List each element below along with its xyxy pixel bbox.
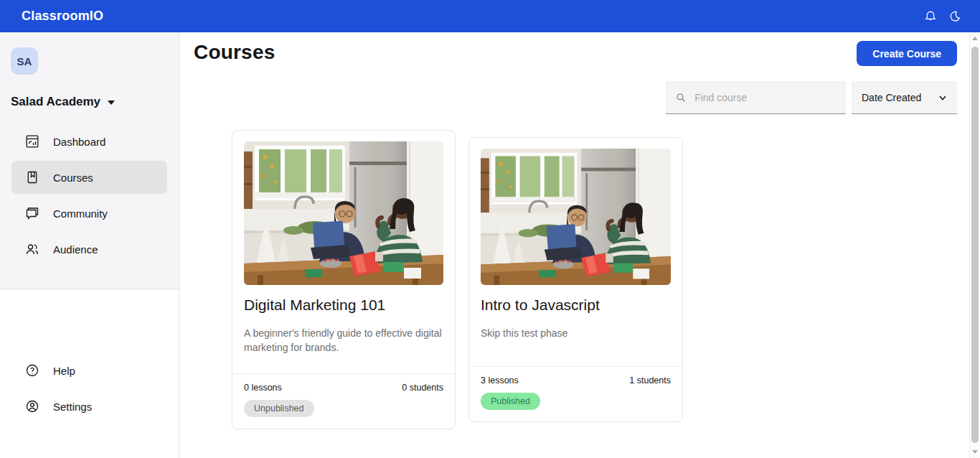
sidebar-main-section: SA Salad Academy Dashboard Courses Commu… <box>0 32 179 289</box>
course-card[interactable]: Digital Marketing 101 A beginner's frien… <box>232 130 456 429</box>
sort-selected-value: Date Created <box>862 92 921 103</box>
notification-bell-icon[interactable] <box>924 10 937 23</box>
sort-dropdown[interactable]: Date Created <box>852 81 957 114</box>
students-count: 0 students <box>402 383 443 393</box>
course-card-body: Digital Marketing 101 A beginner's frien… <box>232 131 455 373</box>
main-content: Courses Create Course Date Created Digit… <box>179 32 969 458</box>
topbar-icons <box>924 10 961 23</box>
help-question-icon <box>25 363 39 378</box>
course-title: Intro to Javascript <box>481 296 671 314</box>
course-card[interactable]: Intro to Javascript Skip this test phase… <box>468 137 683 422</box>
course-card-body: Intro to Javascript Skip this test phase <box>469 138 682 366</box>
page-header: Courses Create Course <box>194 41 957 66</box>
people-icon <box>25 242 39 256</box>
sidebar-item-label: Community <box>53 207 108 220</box>
scrollbar-up-arrow[interactable] <box>972 37 978 40</box>
course-description: Skip this test phase <box>481 326 671 340</box>
course-cover-image <box>481 149 671 285</box>
status-badge: Published <box>481 393 540 410</box>
sidebar-item-audience[interactable]: Audience <box>11 233 167 266</box>
sidebar-item-label: Courses <box>53 172 93 184</box>
course-cover-image <box>244 141 443 285</box>
user-circle-icon <box>25 399 39 413</box>
sidebar-item-label: Settings <box>53 401 92 413</box>
sidebar-item-community[interactable]: Community <box>11 197 167 230</box>
status-badge: Unpublished <box>244 400 314 417</box>
course-search[interactable] <box>666 81 846 114</box>
courses-book-icon <box>25 170 39 184</box>
search-icon <box>676 92 686 103</box>
org-name: Salad Academy <box>11 95 100 109</box>
sidebar-item-help[interactable]: Help <box>11 354 167 387</box>
sidebar-footer-section: Help Settings <box>0 289 179 423</box>
courses-toolbar: Date Created <box>194 81 957 114</box>
create-course-button[interactable]: Create Course <box>857 41 957 66</box>
sidebar-item-settings[interactable]: Settings <box>11 390 167 423</box>
course-stats: 0 lessons 0 students <box>244 383 443 393</box>
course-description: A beginner's friendly guide to effective… <box>244 326 443 355</box>
dashboard-icon <box>25 134 39 149</box>
page-title: Courses <box>194 41 275 64</box>
caret-down-icon <box>108 101 115 105</box>
course-title: Digital Marketing 101 <box>244 296 443 314</box>
scrollbar[interactable] <box>969 32 980 458</box>
lessons-count: 3 lessons <box>481 375 519 385</box>
chevron-down-icon <box>938 93 947 102</box>
sidebar: SA Salad Academy Dashboard Courses Commu… <box>0 32 179 458</box>
sidebar-item-label: Dashboard <box>53 136 105 148</box>
org-switcher[interactable]: Salad Academy <box>11 95 179 109</box>
scrollbar-down-arrow[interactable] <box>972 450 978 454</box>
course-stats: 3 lessons 1 students <box>481 375 671 385</box>
sidebar-item-courses[interactable]: Courses <box>11 161 167 194</box>
chat-bubbles-icon <box>25 206 39 220</box>
sidebar-item-dashboard[interactable]: Dashboard <box>11 125 167 158</box>
app-logo: ClassroomIO <box>22 9 103 24</box>
lessons-count: 0 lessons <box>244 383 282 393</box>
org-avatar[interactable]: SA <box>11 47 38 75</box>
dark-mode-moon-icon[interactable] <box>948 10 961 23</box>
course-card-grid: Digital Marketing 101 A beginner's frien… <box>232 130 957 429</box>
course-card-footer: 0 lessons 0 students Unpublished <box>232 373 455 429</box>
sidebar-nav: Dashboard Courses Community Audience <box>0 125 179 266</box>
sidebar-item-label: Audience <box>53 243 98 256</box>
course-card-footer: 3 lessons 1 students Published <box>469 366 682 421</box>
search-input[interactable] <box>694 92 836 103</box>
scrollbar-thumb[interactable] <box>971 47 979 443</box>
sidebar-item-label: Help <box>53 365 75 377</box>
top-bar: ClassroomIO <box>0 0 980 32</box>
students-count: 1 students <box>629 375 671 385</box>
